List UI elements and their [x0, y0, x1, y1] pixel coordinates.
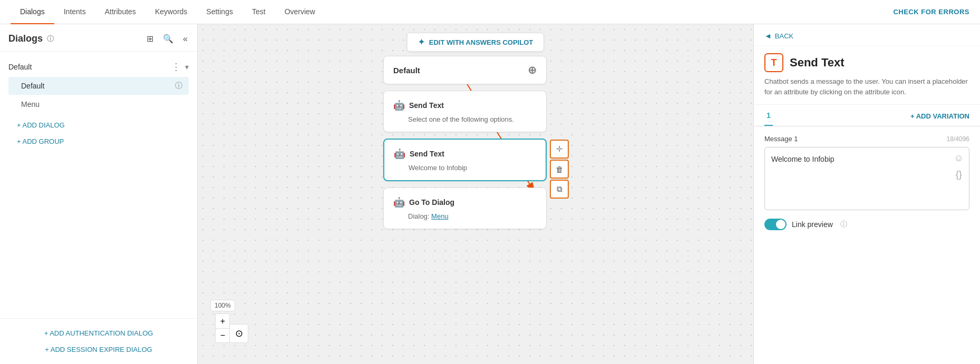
flow-card-sendtext-2[interactable]: 🤖 Send Text Welcome to Infobip ✛ 🗑 ⧉ [383, 139, 547, 181]
flow-card-gotodialog[interactable]: 🤖 Go To Dialog Dialog: Menu [383, 188, 547, 229]
move-card-button[interactable]: ✛ [550, 140, 569, 159]
collapse-icon[interactable]: « [182, 33, 189, 45]
link-preview-toggle[interactable] [764, 219, 787, 230]
panel-description: Chatbot sends a message to the user. You… [754, 76, 980, 105]
panel-body: Message 1 18/4096 Welcome to Infobip ☺ {… [754, 126, 980, 239]
dialog-group-actions: ⋮ ▾ [171, 61, 189, 73]
flow-card-gotodialog-title: 🤖 Go To Dialog [393, 196, 454, 208]
back-arrow-icon: ◄ [764, 32, 772, 40]
default-card-title: Default [393, 66, 420, 75]
search-icon[interactable]: 🔍 [162, 33, 174, 45]
add-auth-dialog-link[interactable]: + ADD AUTHENTICATION DIALOG [8, 325, 189, 341]
add-group-link[interactable]: + ADD GROUP [8, 133, 189, 150]
add-variation-button[interactable]: + ADD VARIATION [910, 112, 969, 125]
type-icon: T [764, 53, 783, 72]
tab-variation-1[interactable]: 1 [764, 111, 773, 126]
canvas-area[interactable]: ✦ EDIT WITH ANSWERS COPILOT Default ⊕ [198, 24, 753, 364]
gotodialog-link[interactable]: Menu [431, 212, 449, 220]
copy-card-button[interactable]: ⧉ [550, 180, 569, 199]
tab-keywords[interactable]: Keywords [145, 0, 197, 24]
add-session-dialog-link[interactable]: + ADD SESSION EXPIRE DIALOG [8, 341, 189, 358]
message-textarea[interactable]: Welcome to Infobip [771, 154, 963, 196]
attribute-icon[interactable]: {} [956, 169, 962, 180]
flow-card-sendtext-1-title: 🤖 Send Text [393, 100, 444, 111]
sidebar-header: Dialogs ⓘ ⊞ 🔍 « [0, 24, 197, 52]
flow-card-sendtext-1[interactable]: 🤖 Send Text Select one of the following … [383, 91, 547, 132]
toggle-knob [776, 220, 785, 229]
main-layout: Dialogs ⓘ ⊞ 🔍 « Default ⋮ ▾ Defaul [0, 24, 980, 364]
flow-container: Default ⊕ 🤖 Send Text Select one of the … [383, 56, 547, 229]
dialog-group-header[interactable]: Default ⋮ ▾ [8, 58, 189, 76]
message-textarea-wrap[interactable]: Welcome to Infobip ☺ {} [764, 147, 969, 210]
nav-tabs: Dialogs Intents Attributes Keywords Sett… [11, 0, 325, 24]
copilot-label: EDIT WITH ANSWERS COPILOT [429, 38, 533, 46]
sidebar-item-default-label: Default [21, 82, 44, 90]
message-label-row: Message 1 18/4096 [764, 135, 969, 143]
dialog-group-name: Default [8, 63, 32, 71]
tab-intents[interactable]: Intents [54, 0, 95, 24]
check-errors-button[interactable]: CHECK FOR ERRORS [893, 8, 969, 16]
tab-settings[interactable]: Settings [197, 0, 242, 24]
link-preview-label: Link preview [792, 220, 833, 229]
tab-dialogs[interactable]: Dialogs [11, 0, 54, 24]
card-action-buttons: ✛ 🗑 ⧉ [550, 140, 569, 199]
panel-title: Send Text [790, 56, 845, 70]
message-label: Message 1 [764, 135, 798, 143]
panel-tabs: 1 + ADD VARIATION [754, 105, 980, 126]
flow-card-gotodialog-header: 🤖 Go To Dialog [393, 196, 537, 208]
add-dialog-link[interactable]: + ADD DIALOG [8, 117, 189, 133]
zoom-in-button[interactable]: + [215, 313, 230, 328]
flow-card-sendtext-1-header: 🤖 Send Text [393, 100, 537, 111]
dialog-group-default: Default ⋮ ▾ Default ⓘ Menu [8, 58, 189, 113]
textarea-icons: ☺ {} [954, 153, 964, 180]
sidebar-item-default-info: ⓘ [175, 81, 182, 91]
sidebar-title-text: Dialogs [8, 33, 43, 44]
top-nav: Dialogs Intents Attributes Keywords Sett… [0, 0, 980, 24]
grid-icon[interactable]: ⊞ [145, 33, 154, 45]
sidebar-title: Dialogs ⓘ [8, 33, 54, 44]
tab-overview[interactable]: Overview [275, 0, 325, 24]
robot-icon-1: 🤖 [393, 100, 405, 111]
flow-card-sendtext-2-title: 🤖 Send Text [394, 148, 444, 160]
sidebar: Dialogs ⓘ ⊞ 🔍 « Default ⋮ ▾ Defaul [0, 24, 198, 364]
target-icon: ⊕ [528, 64, 537, 76]
panel-title-row: T Send Text [754, 46, 980, 76]
back-button[interactable]: ◄ BACK [754, 24, 980, 46]
sidebar-footer: + ADD AUTHENTICATION DIALOG + ADD SESSIO… [0, 318, 197, 364]
tab-test[interactable]: Test [242, 0, 275, 24]
flow-card-sendtext-2-header: 🤖 Send Text [394, 148, 536, 160]
flow-card-sendtext-2-body: Welcome to Infobip [394, 164, 536, 172]
robot-icon-2: 🤖 [394, 148, 405, 160]
sidebar-info-icon[interactable]: ⓘ [47, 34, 54, 44]
delete-card-button[interactable]: 🗑 [550, 160, 569, 179]
flow-card-sendtext-1-body: Select one of the following options. [393, 115, 537, 123]
copilot-icon: ✦ [418, 37, 425, 47]
tab-attributes[interactable]: Attributes [95, 0, 145, 24]
link-preview-info-icon[interactable]: ⓘ [840, 220, 847, 229]
sidebar-item-default[interactable]: Default ⓘ [8, 77, 189, 95]
message-count: 18/4096 [947, 135, 969, 143]
flow-card-gotodialog-body: Dialog: Menu [393, 212, 537, 220]
zoom-out-button[interactable]: − [215, 328, 230, 343]
zoom-label: 100% [210, 300, 235, 311]
emoji-icon[interactable]: ☺ [954, 153, 964, 164]
flow-card-gotodialog-label: Go To Dialog [409, 198, 454, 206]
sidebar-section: Default ⋮ ▾ Default ⓘ Menu + ADD DIALOG … [0, 52, 197, 156]
copilot-bar[interactable]: ✦ EDIT WITH ANSWERS COPILOT [407, 33, 544, 52]
link-preview-row: Link preview ⓘ [764, 219, 969, 230]
back-label: BACK [775, 32, 793, 40]
sidebar-item-menu[interactable]: Menu [8, 96, 189, 113]
flow-card-sendtext-1-label: Send Text [409, 101, 444, 110]
sidebar-icons: ⊞ 🔍 « [145, 33, 189, 45]
flow-card-sendtext-2-label: Send Text [410, 150, 444, 158]
default-card: Default ⊕ [383, 56, 547, 84]
robot-icon-3: 🤖 [393, 196, 405, 208]
chevron-down-icon[interactable]: ▾ [185, 63, 189, 71]
more-icon[interactable]: ⋮ [171, 61, 181, 73]
focus-button[interactable]: ⊙ [229, 324, 248, 343]
right-panel: ◄ BACK T Send Text Chatbot sends a messa… [753, 24, 980, 364]
